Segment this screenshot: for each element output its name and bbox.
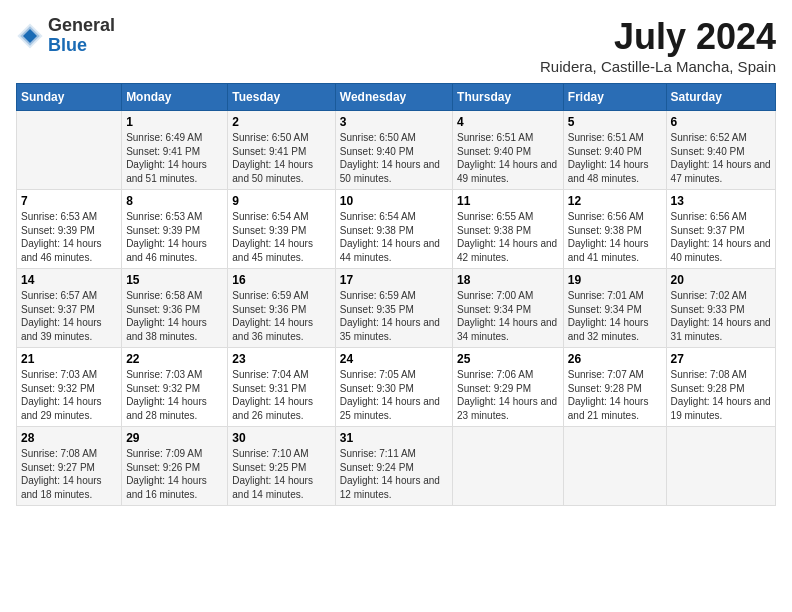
day-info: Sunrise: 7:03 AMSunset: 9:32 PMDaylight:… (126, 368, 223, 422)
day-info: Sunrise: 7:11 AMSunset: 9:24 PMDaylight:… (340, 447, 448, 501)
week-row-1: 1Sunrise: 6:49 AMSunset: 9:41 PMDaylight… (17, 111, 776, 190)
day-number: 4 (457, 115, 559, 129)
day-info: Sunrise: 6:54 AMSunset: 9:39 PMDaylight:… (232, 210, 330, 264)
day-number: 9 (232, 194, 330, 208)
day-info: Sunrise: 6:56 AMSunset: 9:37 PMDaylight:… (671, 210, 771, 264)
day-number: 2 (232, 115, 330, 129)
header-friday: Friday (563, 84, 666, 111)
day-number: 27 (671, 352, 771, 366)
day-info: Sunrise: 6:50 AMSunset: 9:41 PMDaylight:… (232, 131, 330, 185)
day-number: 25 (457, 352, 559, 366)
calendar-cell: 20Sunrise: 7:02 AMSunset: 9:33 PMDayligh… (666, 269, 775, 348)
week-row-2: 7Sunrise: 6:53 AMSunset: 9:39 PMDaylight… (17, 190, 776, 269)
day-number: 18 (457, 273, 559, 287)
day-number: 6 (671, 115, 771, 129)
day-number: 30 (232, 431, 330, 445)
day-number: 11 (457, 194, 559, 208)
header-wednesday: Wednesday (335, 84, 452, 111)
calendar-cell (17, 111, 122, 190)
calendar-cell: 23Sunrise: 7:04 AMSunset: 9:31 PMDayligh… (228, 348, 335, 427)
day-number: 3 (340, 115, 448, 129)
day-info: Sunrise: 7:09 AMSunset: 9:26 PMDaylight:… (126, 447, 223, 501)
calendar-cell: 19Sunrise: 7:01 AMSunset: 9:34 PMDayligh… (563, 269, 666, 348)
day-info: Sunrise: 7:02 AMSunset: 9:33 PMDaylight:… (671, 289, 771, 343)
logo: General Blue (16, 16, 115, 56)
calendar-subtitle: Ruidera, Castille-La Mancha, Spain (540, 58, 776, 75)
day-number: 5 (568, 115, 662, 129)
header-monday: Monday (122, 84, 228, 111)
calendar-title: July 2024 (540, 16, 776, 58)
calendar-cell: 2Sunrise: 6:50 AMSunset: 9:41 PMDaylight… (228, 111, 335, 190)
calendar-cell: 3Sunrise: 6:50 AMSunset: 9:40 PMDaylight… (335, 111, 452, 190)
calendar-cell: 28Sunrise: 7:08 AMSunset: 9:27 PMDayligh… (17, 427, 122, 506)
calendar-cell: 5Sunrise: 6:51 AMSunset: 9:40 PMDaylight… (563, 111, 666, 190)
calendar-cell (563, 427, 666, 506)
calendar-cell: 31Sunrise: 7:11 AMSunset: 9:24 PMDayligh… (335, 427, 452, 506)
calendar-cell: 25Sunrise: 7:06 AMSunset: 9:29 PMDayligh… (453, 348, 564, 427)
day-info: Sunrise: 6:57 AMSunset: 9:37 PMDaylight:… (21, 289, 117, 343)
week-row-3: 14Sunrise: 6:57 AMSunset: 9:37 PMDayligh… (17, 269, 776, 348)
day-info: Sunrise: 6:53 AMSunset: 9:39 PMDaylight:… (126, 210, 223, 264)
day-info: Sunrise: 6:50 AMSunset: 9:40 PMDaylight:… (340, 131, 448, 185)
day-number: 13 (671, 194, 771, 208)
day-number: 15 (126, 273, 223, 287)
calendar-cell: 24Sunrise: 7:05 AMSunset: 9:30 PMDayligh… (335, 348, 452, 427)
day-info: Sunrise: 6:51 AMSunset: 9:40 PMDaylight:… (457, 131, 559, 185)
calendar-cell: 14Sunrise: 6:57 AMSunset: 9:37 PMDayligh… (17, 269, 122, 348)
day-info: Sunrise: 6:58 AMSunset: 9:36 PMDaylight:… (126, 289, 223, 343)
day-info: Sunrise: 7:04 AMSunset: 9:31 PMDaylight:… (232, 368, 330, 422)
day-info: Sunrise: 7:10 AMSunset: 9:25 PMDaylight:… (232, 447, 330, 501)
day-number: 28 (21, 431, 117, 445)
day-number: 10 (340, 194, 448, 208)
day-number: 1 (126, 115, 223, 129)
calendar-cell: 16Sunrise: 6:59 AMSunset: 9:36 PMDayligh… (228, 269, 335, 348)
day-info: Sunrise: 7:08 AMSunset: 9:28 PMDaylight:… (671, 368, 771, 422)
header-tuesday: Tuesday (228, 84, 335, 111)
header-thursday: Thursday (453, 84, 564, 111)
calendar-cell: 17Sunrise: 6:59 AMSunset: 9:35 PMDayligh… (335, 269, 452, 348)
logo-icon (16, 22, 44, 50)
calendar-cell: 11Sunrise: 6:55 AMSunset: 9:38 PMDayligh… (453, 190, 564, 269)
calendar-cell: 7Sunrise: 6:53 AMSunset: 9:39 PMDaylight… (17, 190, 122, 269)
calendar-body: 1Sunrise: 6:49 AMSunset: 9:41 PMDaylight… (17, 111, 776, 506)
day-info: Sunrise: 7:05 AMSunset: 9:30 PMDaylight:… (340, 368, 448, 422)
day-info: Sunrise: 7:08 AMSunset: 9:27 PMDaylight:… (21, 447, 117, 501)
day-number: 31 (340, 431, 448, 445)
calendar-cell: 27Sunrise: 7:08 AMSunset: 9:28 PMDayligh… (666, 348, 775, 427)
week-row-4: 21Sunrise: 7:03 AMSunset: 9:32 PMDayligh… (17, 348, 776, 427)
day-number: 26 (568, 352, 662, 366)
calendar-cell: 4Sunrise: 6:51 AMSunset: 9:40 PMDaylight… (453, 111, 564, 190)
day-info: Sunrise: 6:51 AMSunset: 9:40 PMDaylight:… (568, 131, 662, 185)
calendar-cell: 1Sunrise: 6:49 AMSunset: 9:41 PMDaylight… (122, 111, 228, 190)
calendar-cell: 12Sunrise: 6:56 AMSunset: 9:38 PMDayligh… (563, 190, 666, 269)
calendar-cell: 10Sunrise: 6:54 AMSunset: 9:38 PMDayligh… (335, 190, 452, 269)
day-number: 24 (340, 352, 448, 366)
day-info: Sunrise: 7:06 AMSunset: 9:29 PMDaylight:… (457, 368, 559, 422)
calendar-cell: 26Sunrise: 7:07 AMSunset: 9:28 PMDayligh… (563, 348, 666, 427)
day-info: Sunrise: 6:59 AMSunset: 9:36 PMDaylight:… (232, 289, 330, 343)
calendar-cell (453, 427, 564, 506)
calendar-cell: 30Sunrise: 7:10 AMSunset: 9:25 PMDayligh… (228, 427, 335, 506)
calendar-cell: 15Sunrise: 6:58 AMSunset: 9:36 PMDayligh… (122, 269, 228, 348)
title-block: July 2024 Ruidera, Castille-La Mancha, S… (540, 16, 776, 75)
logo-text: General Blue (48, 16, 115, 56)
calendar-cell: 29Sunrise: 7:09 AMSunset: 9:26 PMDayligh… (122, 427, 228, 506)
calendar-table: Sunday Monday Tuesday Wednesday Thursday… (16, 83, 776, 506)
calendar-cell: 6Sunrise: 6:52 AMSunset: 9:40 PMDaylight… (666, 111, 775, 190)
logo-blue: Blue (48, 36, 115, 56)
calendar-header: Sunday Monday Tuesday Wednesday Thursday… (17, 84, 776, 111)
day-number: 12 (568, 194, 662, 208)
day-number: 14 (21, 273, 117, 287)
day-info: Sunrise: 7:07 AMSunset: 9:28 PMDaylight:… (568, 368, 662, 422)
day-number: 17 (340, 273, 448, 287)
day-info: Sunrise: 6:55 AMSunset: 9:38 PMDaylight:… (457, 210, 559, 264)
day-info: Sunrise: 6:53 AMSunset: 9:39 PMDaylight:… (21, 210, 117, 264)
day-info: Sunrise: 7:00 AMSunset: 9:34 PMDaylight:… (457, 289, 559, 343)
day-info: Sunrise: 7:01 AMSunset: 9:34 PMDaylight:… (568, 289, 662, 343)
week-row-5: 28Sunrise: 7:08 AMSunset: 9:27 PMDayligh… (17, 427, 776, 506)
day-number: 21 (21, 352, 117, 366)
day-number: 19 (568, 273, 662, 287)
calendar-cell: 21Sunrise: 7:03 AMSunset: 9:32 PMDayligh… (17, 348, 122, 427)
day-info: Sunrise: 6:52 AMSunset: 9:40 PMDaylight:… (671, 131, 771, 185)
day-number: 20 (671, 273, 771, 287)
